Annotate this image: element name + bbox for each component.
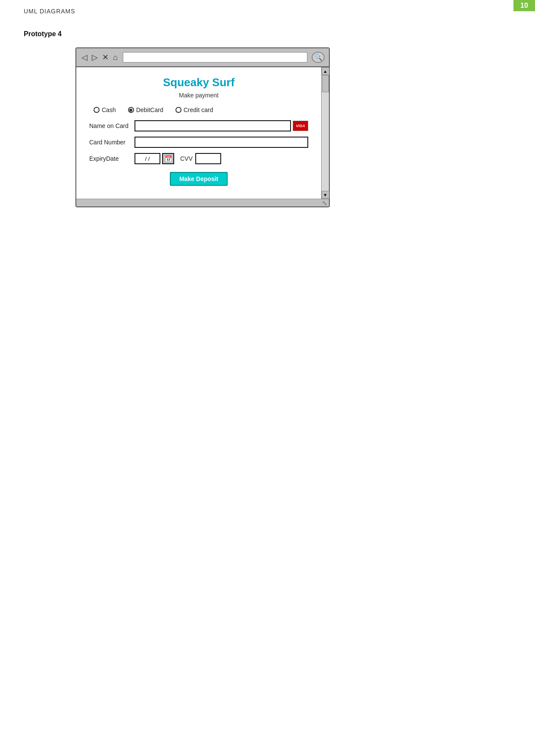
scrollbar-up-button[interactable]: ▲ (322, 67, 329, 75)
card-number-input[interactable] (135, 137, 308, 148)
cash-radio[interactable] (94, 107, 100, 113)
creditcard-label: Credit card (184, 106, 213, 113)
search-icon: 🔍 (315, 54, 322, 61)
prototype-label: Prototype 4 (24, 30, 62, 38)
browser-scrollbar: ▲ ▼ (321, 67, 329, 199)
address-bar[interactable] (123, 52, 307, 62)
expiry-date-row: ExpiryDate 📅 CVV (89, 153, 308, 164)
close-button[interactable]: ✕ (101, 53, 110, 61)
calendar-glyph: 📅 (165, 155, 172, 162)
scrollbar-down-icon: ▼ (323, 193, 328, 197)
resize-handle[interactable]: ⤡ (322, 200, 327, 206)
cash-label: Cash (102, 106, 116, 113)
site-title: Squeaky Surf (89, 76, 308, 89)
page-subtitle: Make payment (89, 92, 308, 99)
name-on-card-input[interactable] (135, 120, 291, 131)
home-button[interactable]: ⌂ (112, 53, 119, 61)
scrollbar-thumb[interactable] (322, 75, 329, 92)
page-number-badge: 10 (513, 0, 535, 11)
payment-options: Cash DebitCard Credit card (94, 106, 308, 113)
make-deposit-button[interactable]: Make Deposit (170, 172, 228, 186)
forward-button[interactable]: ▷ (91, 53, 99, 61)
calendar-icon[interactable]: 📅 (162, 153, 174, 164)
name-on-card-label: Name on Card (89, 122, 135, 129)
scrollbar-up-icon: ▲ (323, 69, 328, 74)
browser-toolbar: ◁ ▷ ✕ ⌂ 🔍 (76, 48, 329, 67)
scrollbar-track (322, 75, 329, 191)
debitcard-radio[interactable] (128, 107, 134, 113)
debitcard-label: DebitCard (136, 106, 163, 113)
browser-footer: ⤡ (76, 199, 329, 206)
browser-window: ◁ ▷ ✕ ⌂ 🔍 Squeaky Surf Make payment Cash (75, 47, 330, 207)
expiry-date-label: ExpiryDate (89, 155, 135, 162)
debitcard-option[interactable]: DebitCard (128, 106, 163, 113)
visa-text: VISA (296, 124, 305, 128)
creditcard-option[interactable]: Credit card (175, 106, 213, 113)
cvv-input[interactable] (195, 153, 221, 164)
name-on-card-row: Name on Card VISA (89, 120, 308, 131)
visa-icon: VISA (293, 121, 308, 131)
card-number-row: Card Number (89, 137, 308, 148)
back-button[interactable]: ◁ (81, 53, 88, 61)
browser-content: Squeaky Surf Make payment Cash DebitCard… (76, 67, 321, 199)
section-label: UML DIAGRAMS (24, 8, 75, 15)
deposit-row: Make Deposit (89, 172, 308, 186)
scrollbar-down-button[interactable]: ▼ (322, 191, 329, 199)
browser-body: Squeaky Surf Make payment Cash DebitCard… (76, 67, 329, 199)
card-number-label: Card Number (89, 139, 135, 146)
cash-option[interactable]: Cash (94, 106, 116, 113)
search-button[interactable]: 🔍 (312, 52, 325, 63)
cvv-label: CVV (180, 155, 193, 162)
expiry-date-input[interactable] (135, 153, 160, 164)
creditcard-radio[interactable] (175, 107, 181, 113)
